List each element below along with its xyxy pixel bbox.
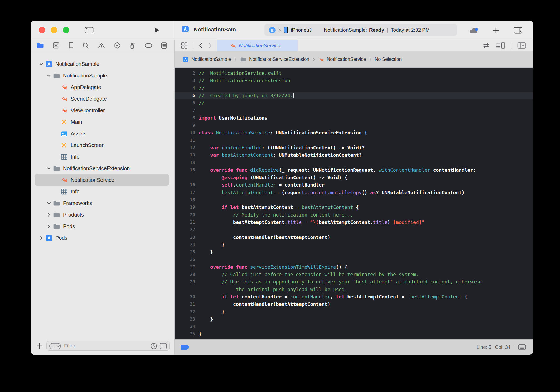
code-line-23[interactable]: 23 contentHandler(bestAttemptContent) xyxy=(175,234,533,241)
chevron-down-icon[interactable] xyxy=(45,201,52,205)
chevron-right-icon[interactable] xyxy=(37,236,45,240)
code-line-33[interactable]: 33 } xyxy=(175,316,533,323)
cloud-sync-icon[interactable] xyxy=(469,27,479,34)
line-number[interactable]: 13 xyxy=(175,151,199,159)
line-number[interactable]: 35 xyxy=(175,330,199,338)
navigator-tab-bookmarks[interactable] xyxy=(67,41,75,50)
code-line-14[interactable]: 14 xyxy=(175,159,533,166)
editor-display-icon[interactable] xyxy=(518,344,526,350)
code-line-29[interactable]: 29 // Use this as an opportunity to deli… xyxy=(175,278,533,286)
line-number[interactable]: 10 xyxy=(175,129,199,136)
line-number[interactable]: 19 xyxy=(175,204,199,211)
tree-item-scenedelegate[interactable]: SceneDelegate xyxy=(35,93,169,105)
line-number[interactable]: 16 xyxy=(175,181,199,189)
tree-item-notificationserviceextension[interactable]: NotificationServiceExtension xyxy=(35,163,169,174)
chevron-right-icon[interactable] xyxy=(45,213,52,217)
zoom-window-button[interactable] xyxy=(63,27,69,33)
code-line-34[interactable]: 34 xyxy=(175,323,533,330)
chevron-right-icon[interactable] xyxy=(45,224,52,229)
code-line-18[interactable]: 18 xyxy=(175,196,533,204)
code-line-7[interactable]: 7 xyxy=(175,107,533,114)
line-number[interactable]: 22 xyxy=(175,226,199,233)
source-control-status-icon[interactable] xyxy=(160,343,167,349)
code-line-28[interactable]: 28 // Called just before the extension w… xyxy=(175,271,533,278)
code-line-32[interactable]: 32 } xyxy=(175,308,533,316)
line-number[interactable]: 6 xyxy=(175,99,199,107)
go-forward-icon[interactable] xyxy=(208,42,212,49)
line-number[interactable]: 9 xyxy=(175,122,199,129)
navigator-tab-tests[interactable] xyxy=(113,41,122,50)
code-line-13[interactable]: 13 var bestAttemptContent: UNMutableNoti… xyxy=(175,151,533,159)
breadcrumb-item-notificationsample[interactable]: ANotificationSample xyxy=(182,56,231,63)
tree-item-pods[interactable]: Pods xyxy=(35,220,169,232)
go-back-icon[interactable] xyxy=(199,42,203,49)
line-number[interactable] xyxy=(175,286,199,293)
code-line-wrap[interactable]: @escaping (UNNotificationContent) -> Voi… xyxy=(175,174,533,181)
line-number[interactable]: 17 xyxy=(175,189,199,196)
line-number[interactable]: 15 xyxy=(175,166,199,174)
line-number[interactable]: 21 xyxy=(175,219,199,226)
code-line-22[interactable]: 22 xyxy=(175,226,533,233)
line-number[interactable]: 26 xyxy=(175,256,199,263)
tree-item-notificationsample[interactable]: ANotificationSample xyxy=(35,58,169,70)
code-line-15[interactable]: 15 override func didReceive(_ request: U… xyxy=(175,166,533,174)
tree-item-assets[interactable]: Assets xyxy=(35,128,169,139)
navigator-tab-debug[interactable] xyxy=(128,41,137,50)
code-line-3[interactable]: 3// NotificationServiceExtension xyxy=(175,77,533,84)
code-line-20[interactable]: 20 // Modify the notification content he… xyxy=(175,211,533,219)
tree-item-launchscreen[interactable]: LaunchScreen xyxy=(35,139,169,151)
code-line-11[interactable]: 11 xyxy=(175,137,533,144)
scheme-and-status-bar[interactable]: E iPhoneuJ NotificationSample: Ready | T… xyxy=(264,24,457,36)
line-number[interactable]: 30 xyxy=(175,293,199,301)
adjust-editor-options-icon[interactable] xyxy=(496,42,505,49)
recent-files-clock-icon[interactable] xyxy=(151,343,157,349)
line-number[interactable]: 33 xyxy=(175,316,199,323)
run-destination[interactable]: iPhoneuJ xyxy=(291,27,312,33)
code-line-30[interactable]: 30 if let contentHandler = contentHandle… xyxy=(175,293,533,301)
source-code-editor[interactable]: 2// NotificationService.swift3// Notific… xyxy=(175,68,533,339)
toggle-inspector-icon[interactable] xyxy=(514,27,522,34)
code-line-9[interactable]: 9 xyxy=(175,122,533,129)
line-number[interactable]: 14 xyxy=(175,159,199,166)
tree-item-info[interactable]: Info xyxy=(35,151,169,163)
tree-item-notificationservice[interactable]: NotificationService xyxy=(35,174,169,186)
minimize-window-button[interactable] xyxy=(51,27,57,33)
run-button[interactable] xyxy=(154,27,160,33)
tree-item-appdelegate[interactable]: AppDelegate xyxy=(35,81,169,93)
line-number[interactable]: 20 xyxy=(175,211,199,219)
code-line-4[interactable]: 4// xyxy=(175,85,533,92)
code-line-6[interactable]: 6// xyxy=(175,99,533,107)
chevron-down-icon[interactable] xyxy=(37,62,45,66)
filter-field[interactable] xyxy=(46,341,170,351)
related-items-grid-icon[interactable] xyxy=(181,42,188,49)
line-number[interactable]: 11 xyxy=(175,137,199,144)
code-line-19[interactable]: 19 if let bestAttemptContent = bestAttem… xyxy=(175,204,533,211)
line-number[interactable]: 2 xyxy=(175,70,199,77)
close-window-button[interactable] xyxy=(39,27,45,33)
code-line-10[interactable]: 10class NotificationService: UNNotificat… xyxy=(175,129,533,136)
tree-item-main[interactable]: Main xyxy=(35,116,169,128)
code-line-24[interactable]: 24 } xyxy=(175,241,533,248)
chevron-down-icon[interactable] xyxy=(45,74,52,78)
code-line-31[interactable]: 31 contentHandler(bestAttemptContent) xyxy=(175,301,533,308)
line-number[interactable]: 25 xyxy=(175,248,199,256)
line-number[interactable]: 29 xyxy=(175,278,199,286)
line-number[interactable]: 23 xyxy=(175,234,199,241)
code-line-8[interactable]: 8import UserNotifications xyxy=(175,114,533,122)
line-number[interactable]: 31 xyxy=(175,301,199,308)
tree-item-products[interactable]: Products xyxy=(35,209,169,220)
line-number[interactable]: 4 xyxy=(175,85,199,92)
toggle-navigator-icon[interactable] xyxy=(85,27,94,34)
line-number[interactable]: 3 xyxy=(175,77,199,84)
tree-item-frameworks[interactable]: Frameworks xyxy=(35,197,169,209)
filter-input[interactable] xyxy=(64,343,148,349)
line-number[interactable]: 8 xyxy=(175,114,199,122)
line-number[interactable]: 28 xyxy=(175,271,199,278)
navigator-tab-changes[interactable] xyxy=(51,41,61,50)
navigator-tab-issues[interactable] xyxy=(97,41,106,50)
code-line-26[interactable]: 26 xyxy=(175,256,533,263)
code-review-swap-icon[interactable] xyxy=(482,42,490,49)
line-number[interactable]: 7 xyxy=(175,107,199,114)
tree-item-info[interactable]: Info xyxy=(35,186,169,197)
breadcrumb-item-notificationservice[interactable]: NotificationService xyxy=(318,56,366,63)
